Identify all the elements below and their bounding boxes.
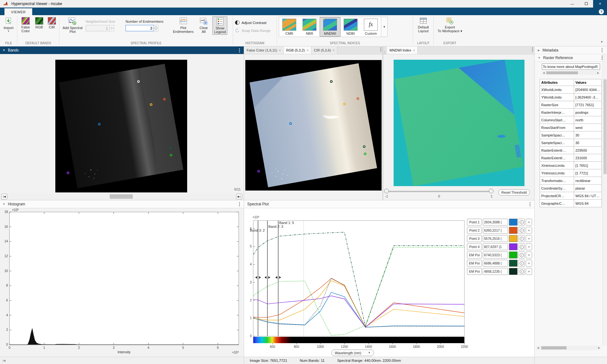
plot-endmembers-button[interactable]: Plot Endmembers [172, 16, 195, 34]
panel-drag-handle[interactable] [383, 51, 386, 54]
tab-strip-menu-icon[interactable] [379, 47, 383, 52]
index-mndwi-button[interactable]: MNDWI [320, 17, 340, 37]
table-row[interactable]: SampleSpaci…30 [540, 139, 602, 147]
raster-reference-section-header[interactable]: ▼ Raster Reference [535, 54, 607, 62]
legend-point-value[interactable]: 5576,2516 ( [483, 235, 508, 242]
table-row[interactable]: RasterExtentI…229500 [540, 147, 602, 154]
remove-point-button[interactable]: × [526, 243, 532, 250]
collapse-triangle-icon[interactable]: ▼ [3, 49, 5, 52]
table-row[interactable]: XIntrinsicLimits[1 7651] [540, 162, 602, 169]
legend-point-name[interactable]: Point 4 [467, 243, 482, 250]
metadata-menu-icon[interactable] [600, 47, 604, 53]
table-row[interactable]: Transformatio…rectilinear [540, 177, 602, 185]
add-spectral-plot-button[interactable]: Add Spectral Plot [61, 16, 84, 34]
point-info-button[interactable]: i [518, 252, 525, 258]
histogram-menu-icon[interactable] [238, 202, 241, 207]
close-tab-icon[interactable]: × [279, 49, 281, 52]
help-icon[interactable]: ? [599, 9, 604, 14]
index-custom-button[interactable]: fx Custom [361, 17, 381, 37]
spectral-point-marker[interactable] [170, 154, 172, 156]
spectral-point-marker[interactable] [150, 103, 152, 106]
legend-color-swatch[interactable] [509, 227, 518, 234]
legend-color-swatch[interactable] [509, 260, 518, 267]
default-layout-button[interactable]: Default Layout [416, 16, 430, 33]
spectral-plot-menu-icon[interactable] [528, 202, 532, 207]
table-row[interactable]: RowsStartFromwest [540, 124, 602, 131]
tab-strip-menu-icon[interactable] [531, 47, 534, 52]
table-row[interactable]: XWorldLimits[204900 4344… [540, 86, 602, 94]
show-legend-toggle[interactable]: Show Legend [212, 16, 227, 35]
first-band-button[interactable]: |◀ [1, 194, 7, 199]
scroll-right-icon[interactable]: ▶ [597, 347, 601, 349]
legend-color-swatch[interactable] [509, 219, 518, 226]
legend-point-name[interactable]: Point 3 [467, 235, 482, 242]
maximize-button[interactable] [579, 0, 593, 8]
scrollbar-thumb[interactable] [541, 346, 567, 349]
point-info-button[interactable]: i [518, 235, 525, 242]
table-row[interactable]: YWorldLimits[-3629400 -3… [540, 94, 602, 101]
spectral-point-marker[interactable] [163, 98, 166, 100]
import-button[interactable]: Import ▾ [2, 16, 15, 33]
histogram-panel-header[interactable]: ▼ Histogram [0, 200, 244, 208]
remove-point-button[interactable]: × [526, 227, 532, 234]
table-row[interactable]: SampleSpaci…30 [540, 131, 602, 139]
legend-point-value[interactable]: 827,6297 (1 [483, 243, 508, 250]
legend-point-value[interactable]: 6686,4888 ( [483, 260, 508, 267]
legend-point-value[interactable]: 2604,3588 ( [483, 219, 508, 226]
spectral-point-marker[interactable] [98, 123, 101, 125]
tab-viewer[interactable]: VIEWER [4, 8, 32, 15]
scroll-left-icon[interactable]: ◀ [542, 72, 546, 74]
table-row[interactable]: GeographicC…WGS 84 [540, 200, 602, 207]
table-row[interactable]: ColumnsStart…north [540, 116, 602, 124]
legend-point-value[interactable]: 4858,1235 ( [483, 268, 508, 275]
x-axis-units-dropdown[interactable]: Wavelength (nm) ▼ [331, 349, 374, 356]
rgb-button[interactable]: RGB [34, 16, 45, 30]
collapse-triangle-icon[interactable]: ▼ [3, 203, 5, 206]
point-info-button[interactable]: i [518, 268, 525, 275]
histogram-chart[interactable]: 0246810121416180123456×106×104Intensity [0, 208, 244, 357]
point-info-button[interactable]: i [518, 219, 525, 226]
index-nbr-button[interactable]: NBR [299, 17, 320, 37]
mndwi-image[interactable]: No Threshold [394, 60, 524, 186]
spectral-plot-header[interactable]: Spectral Plot [244, 200, 534, 208]
legend-point-name[interactable]: Point 1 [467, 219, 482, 226]
last-band-button[interactable]: ▶| [236, 194, 242, 199]
threshold-max-handle[interactable] [489, 189, 494, 193]
legend-color-swatch[interactable] [509, 243, 518, 250]
tab-rgb-5-3-2-[interactable]: RGB (5,3,2)× [284, 46, 311, 54]
point-info-button[interactable]: i [518, 243, 525, 250]
num-endmembers-stepper[interactable]: ▲▼ [154, 25, 158, 31]
legend-point-value[interactable]: 6350,2217 ( [483, 227, 508, 234]
legend-point-name[interactable]: EM Poi [467, 268, 482, 275]
spectral-point-marker[interactable] [137, 80, 140, 83]
bands-menu-icon[interactable] [238, 48, 241, 53]
rgb-image[interactable] [245, 60, 382, 191]
collapse-triangle-icon[interactable]: ▼ [538, 56, 541, 59]
remove-point-button[interactable]: × [526, 252, 532, 258]
metadata-section-header[interactable]: ▶ Metadata [535, 46, 607, 54]
legend-point-value[interactable]: 6740,5323 ( [483, 252, 508, 258]
spectral-point-marker[interactable] [357, 97, 359, 100]
info-scrollbar[interactable]: ◀ ▶ [542, 71, 600, 75]
panel-vertical-scrollbar[interactable] [603, 54, 607, 346]
table-row[interactable]: YIntrinsicLimits[1 7721] [540, 169, 602, 177]
index-cmr-button[interactable]: CMR [279, 17, 299, 37]
reset-threshold-button[interactable]: Reset Threshold [498, 189, 530, 196]
false-color-button[interactable]: False Color [19, 16, 32, 33]
spectral-point-marker[interactable] [330, 80, 333, 83]
tab-cir-5-3-6-[interactable]: CIR (5,3,6)× [311, 46, 338, 54]
export-to-workspace-button[interactable]: Export To Workspace ▾ [436, 16, 463, 33]
spectral-point-marker[interactable] [257, 170, 260, 173]
band-scrollbar[interactable] [110, 194, 133, 199]
minimize-button[interactable]: — [565, 0, 579, 8]
legend-color-swatch[interactable] [509, 235, 518, 242]
collapse-ribbon-icon[interactable]: ▲ [600, 40, 603, 43]
legend-color-swatch[interactable] [509, 252, 518, 258]
gallery-dropdown-button[interactable]: ▼ [381, 17, 388, 37]
legend-color-swatch[interactable] [509, 268, 518, 275]
threshold-slider-track[interactable] [386, 191, 494, 192]
neighborhood-size-stepper[interactable]: ▲▼ [110, 25, 114, 31]
legend-point-name[interactable]: EM Poi [467, 260, 482, 267]
spectral-point-marker[interactable] [169, 147, 172, 149]
remove-point-button[interactable]: × [526, 235, 532, 242]
